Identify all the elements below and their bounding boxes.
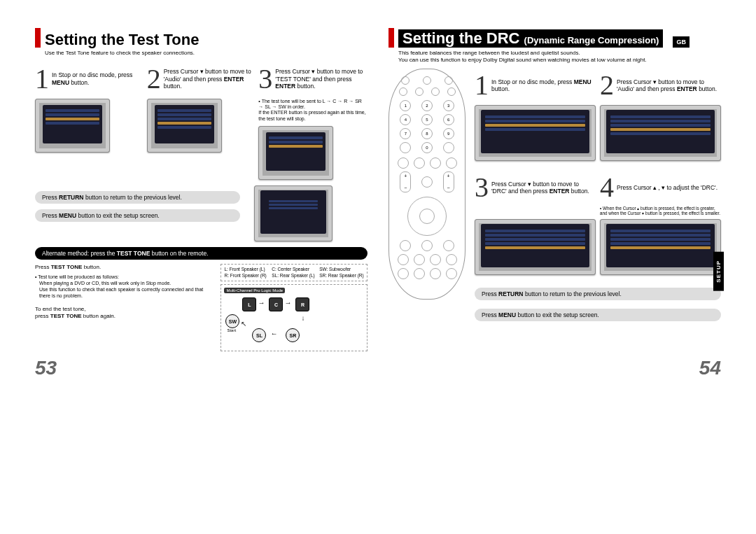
step-text: Press Cursor ▴ , ▾ to adjust the 'DRC'. <box>617 184 718 191</box>
page-53: Setting the Test Tone Use the Test Tone … <box>35 28 368 351</box>
return-hint: Press RETURN button to return to the pre… <box>35 191 240 204</box>
tv-thumb <box>35 99 110 153</box>
menu-hint-right: Press MENU button to exit the setup scre… <box>475 309 721 321</box>
step-num: 1 <box>475 74 489 97</box>
remote-column: 123 456 789 0 +− <box>388 69 469 323</box>
step-1: 1 In Stop or no disc mode, press MENU bu… <box>35 62 144 181</box>
title-row-left: Setting the Test Tone <box>35 28 368 48</box>
step-num: 3 <box>475 176 489 199</box>
diagram-start-label: Start <box>227 328 236 332</box>
step-3: 3 Press Cursor ▾ button to move to 'TEST… <box>258 62 368 181</box>
speaker-diagram: Multi-Channel Pro Logic Mode L C R SW SL… <box>220 284 368 351</box>
remote-illustration: 123 456 789 0 +− <box>388 69 465 300</box>
step-num: 1 <box>35 68 49 90</box>
step-num: 2 <box>147 68 161 90</box>
test-tone-instructions: Press TEST TONE button. • Test tone will… <box>35 264 211 351</box>
menu-hint: Press MENU button to exit the setup scre… <box>35 209 240 222</box>
tv-thumb <box>600 219 721 275</box>
tv-thumb <box>475 219 596 275</box>
title-drc: Setting the DRC (Dynamic Range Compressi… <box>398 29 663 48</box>
tv-thumb-wide <box>254 185 332 241</box>
tv-thumb <box>475 105 596 161</box>
dpad-icon <box>407 197 447 236</box>
step-text: Press Cursor ▾ button to move to 'TEST T… <box>275 68 368 90</box>
subtitle-left: Use the Test Tone feature to check the s… <box>45 50 368 57</box>
step-text: Press Cursor ▾ button to move to 'DRC' a… <box>491 181 596 195</box>
tone-note: The test tone will be sent to L → C → R … <box>258 99 368 122</box>
page-54: Setting the DRC (Dynamic Range Compressi… <box>388 28 721 351</box>
step-text: Press Cursor ▾ button to move to 'Audio'… <box>617 78 721 92</box>
speaker-r-icon: R <box>295 297 309 311</box>
step-num: 3 <box>258 68 272 90</box>
step-text: In Stop or no disc mode, press MENU butt… <box>491 78 596 92</box>
speaker-sl-icon: SL <box>252 328 266 342</box>
speaker-l-icon: L <box>242 297 256 311</box>
tv-thumb <box>600 105 721 161</box>
speaker-legend: L: Front Speaker (L) C: Center Speaker S… <box>220 264 368 281</box>
speaker-c-icon: C <box>269 297 283 311</box>
title-test-tone: Setting the Test Tone <box>45 32 199 48</box>
page-number-right: 54 <box>699 357 721 379</box>
alternate-method-band: Alternate method: press the TEST TONE bu… <box>35 247 368 260</box>
speaker-sw-icon: SW <box>225 314 239 328</box>
step-num: 4 <box>600 176 614 199</box>
steps-row-left: 1 In Stop or no disc mode, press MENU bu… <box>35 62 368 181</box>
step-text: Press Cursor ▾ button to move to 'Audio'… <box>164 68 256 90</box>
tv-thumb <box>258 126 333 180</box>
right-steps: 1 In Stop or no disc mode, press MENU bu… <box>475 69 721 323</box>
subtitle-right: This feature balances the range between … <box>398 50 721 63</box>
gb-badge: GB <box>673 36 690 48</box>
step-num: 2 <box>600 74 614 97</box>
title-row-right: Setting the DRC (Dynamic Range Compressi… <box>388 28 721 48</box>
setup-side-tab: SETUP <box>713 252 724 291</box>
page-number-left: 53 <box>35 357 57 379</box>
step-text: In Stop or no disc mode, press MENU butt… <box>52 71 144 85</box>
step-2: 2 Press Cursor ▾ button to move to 'Audi… <box>147 62 256 181</box>
tv-thumb <box>147 99 222 153</box>
cursor-effect-note: When the Cursor ▴ button is pressed, the… <box>600 206 721 216</box>
return-hint-right: Press RETURN button to return to the pre… <box>475 288 721 300</box>
speaker-sr-icon: SR <box>286 328 300 342</box>
